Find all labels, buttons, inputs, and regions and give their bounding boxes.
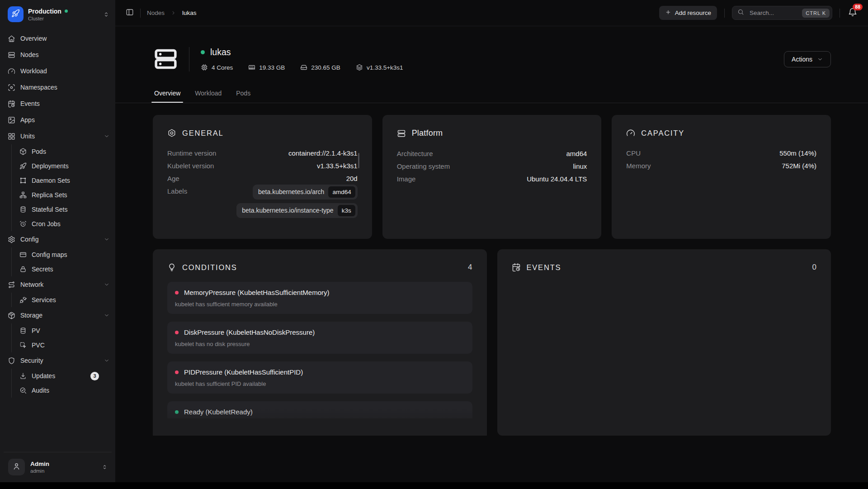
user-area: Admin admin [0, 452, 115, 482]
sidebar-item-updates[interactable]: Updates3 [19, 369, 110, 383]
layers-icon [356, 64, 363, 71]
tab-overview[interactable]: Overview [153, 90, 182, 103]
sidebar-item-label: Deployments [32, 162, 69, 170]
sidebar-item-pv[interactable]: PV [19, 323, 110, 338]
sidebar-item-deployments[interactable]: Deployments [19, 159, 110, 173]
condition-title: Ready (KubeletReady) [184, 408, 253, 416]
rocket-icon [19, 162, 27, 170]
notifications-button[interactable]: 88 [848, 8, 857, 19]
cards-row-1: GENERAL Runtime versioncontainerd://2.1.… [153, 115, 831, 239]
condition-item[interactable]: MemoryPressure (KubeletHasSufficientMemo… [167, 282, 472, 314]
sidebar-item-label: Secrets [32, 266, 53, 273]
info-label: CPU [626, 149, 641, 157]
card-icon [19, 251, 27, 258]
hierarchy-icon [19, 191, 27, 199]
shield-icon [8, 357, 15, 365]
sidebar-item-label: Updates [32, 372, 55, 380]
condition-status-dot [175, 370, 179, 374]
scrollbar-thumb[interactable] [358, 153, 359, 168]
tab-bar: OverviewWorkloadPods [153, 90, 831, 103]
chevron-down-icon [104, 236, 110, 242]
sidebar-item-audits[interactable]: Audits [19, 383, 110, 398]
sidebar-item-label: Namespaces [20, 84, 57, 91]
scan-icon [8, 84, 15, 91]
info-label: Operating system [397, 162, 450, 171]
sidebar-item-label: Overview [20, 35, 47, 42]
card-title: EVENTS [527, 263, 561, 272]
sidebar-item-network[interactable]: Network [8, 276, 110, 293]
search-box[interactable]: CTRL K [732, 6, 832, 20]
cluster-name: Production [28, 8, 61, 15]
chevrons-up-down-icon[interactable] [101, 464, 108, 470]
sidebar-item-label: Storage [20, 312, 42, 319]
sidebar-item-apps[interactable]: Apps [8, 112, 110, 128]
info-label: Architecture [397, 149, 433, 158]
sidebar-group-network-children: Services [11, 293, 110, 307]
label-chip[interactable]: beta.kubernetes.io/instance-typek3s [236, 203, 357, 218]
sidebar-toggle-button[interactable] [126, 8, 134, 18]
info-label: Image [397, 175, 416, 183]
calendar-clock-icon [512, 263, 521, 272]
sidebar-item-label: Apps [20, 116, 35, 123]
topbar-right: Add resource CTRL K 88 [659, 6, 857, 20]
info-label: Runtime version [167, 149, 216, 157]
search-check-icon [19, 387, 27, 394]
chevron-right-icon [170, 10, 176, 16]
sidebar-item-label: Services [32, 296, 56, 304]
sidebar-item-services[interactable]: Services [19, 293, 110, 307]
sidebar-item-replica-sets[interactable]: Replica Sets [19, 188, 110, 202]
gauge-icon [626, 128, 635, 138]
sidebar-item-units[interactable]: Units [8, 128, 110, 144]
card-capacity: CAPACITY CPU550m (14%)Memory752Mi (4%) [612, 115, 831, 239]
actions-button[interactable]: Actions [784, 51, 831, 67]
sidebar-item-daemon-sets[interactable]: Daemon Sets [19, 173, 110, 188]
cluster-switcher[interactable]: Production Cluster [0, 0, 115, 27]
condition-title: MemoryPressure (KubeletHasSufficientMemo… [184, 289, 330, 296]
server-icon [8, 51, 15, 59]
breadcrumb-nodes[interactable]: Nodes [147, 9, 165, 16]
info-row-cpu: CPU550m (14%) [626, 149, 816, 157]
user-menu[interactable]: Admin admin [0, 452, 115, 482]
sidebar-item-namespaces[interactable]: Namespaces [8, 79, 110, 95]
info-row-runtime-version: Runtime versioncontainerd://2.1.4-k3s1 [167, 149, 358, 157]
sidebar-item-secrets[interactable]: Secrets [19, 262, 110, 276]
sidebar-item-pods[interactable]: Pods [19, 144, 110, 159]
info-row-operating-system: Operating systemlinux [397, 162, 587, 171]
user-icon [12, 462, 21, 472]
tab-workload[interactable]: Workload [193, 90, 223, 103]
user-name: Admin [30, 461, 96, 467]
search-input[interactable] [749, 9, 797, 17]
sidebar-item-label: Network [20, 281, 43, 288]
sidebar-item-config-maps[interactable]: Config maps [19, 247, 110, 262]
sidebar-item-label: Workload [20, 67, 47, 75]
card-title: GENERAL [182, 129, 223, 138]
condition-item[interactable]: DiskPressure (KubeletHasNoDiskPressure)k… [167, 322, 472, 354]
lock-icon [19, 266, 27, 273]
sidebar-item-security[interactable]: Security [8, 352, 110, 369]
node-stat-text: v1.33.5+k3s1 [367, 64, 403, 71]
sidebar-group-units-children: PodsDeploymentsDaemon SetsReplica SetsSt… [11, 144, 110, 231]
sidebar-item-cron-jobs[interactable]: Cron Jobs [19, 217, 110, 231]
condition-item[interactable]: Ready (KubeletReady)kubelet is posting r… [167, 401, 472, 418]
sidebar-item-stateful-sets[interactable]: Stateful Sets [19, 202, 110, 217]
info-value: 550m (14%) [779, 149, 816, 157]
events-count: 0 [812, 263, 816, 272]
label-chip[interactable]: beta.kubernetes.io/archamd64 [253, 185, 358, 199]
node-stat-layers: v1.33.5+k3s1 [356, 64, 403, 71]
sidebar-item-label: Units [20, 133, 35, 140]
card-platform: Platform Architectureamd64Operating syst… [382, 115, 602, 239]
condition-item[interactable]: PIDPressure (KubeletHasSufficientPID)kub… [167, 361, 472, 394]
chevrons-up-down-icon[interactable] [103, 11, 110, 18]
sidebar-item-workload[interactable]: Workload [8, 63, 110, 79]
add-resource-button[interactable]: Add resource [659, 6, 717, 20]
sidebar-item-config[interactable]: Config [8, 231, 110, 247]
sidebar-item-events[interactable]: Events [8, 95, 110, 112]
node-icon [153, 46, 179, 72]
sidebar-item-pvc[interactable]: PVC [19, 338, 110, 352]
tabs-divider [115, 103, 868, 103]
sidebar-item-storage[interactable]: Storage [8, 307, 110, 323]
sidebar-item-overview[interactable]: Overview [8, 30, 110, 47]
sidebar-item-nodes[interactable]: Nodes [8, 47, 110, 63]
tab-pods[interactable]: Pods [235, 90, 252, 103]
image-icon [8, 116, 15, 124]
